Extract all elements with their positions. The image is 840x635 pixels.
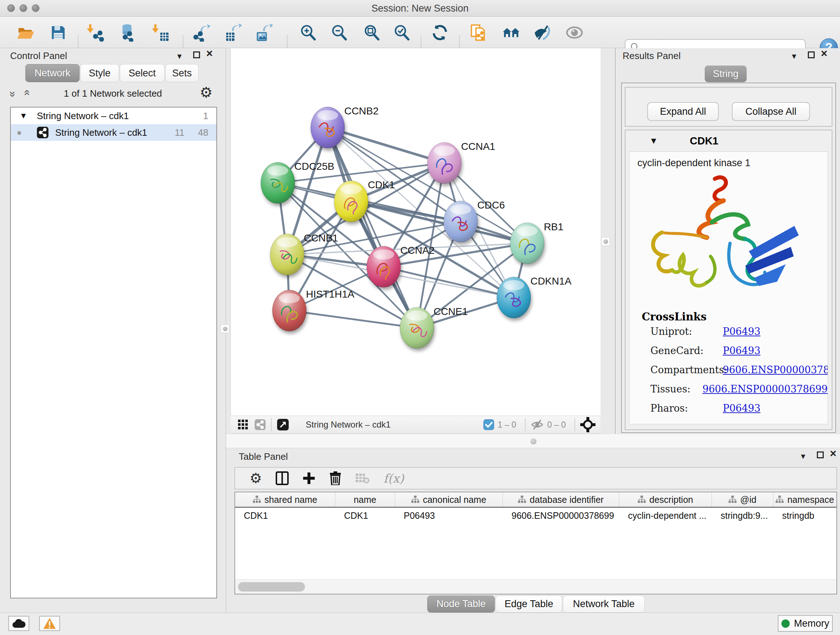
table-horizontal-scrollbar[interactable]	[235, 579, 836, 594]
close-panel-icon[interactable]: ×	[830, 448, 836, 459]
column-header-id[interactable]: @id	[712, 492, 774, 507]
hidden-eye-slash-icon[interactable]	[531, 419, 544, 430]
delete-table-icon[interactable]	[355, 472, 370, 484]
hierarchy-icon	[253, 496, 261, 504]
compartments-link[interactable]: 9606.ENSP00000378699	[723, 364, 828, 375]
open-session-button[interactable]	[16, 22, 36, 43]
edge-HIST1H1A-CCNE1[interactable]	[289, 310, 417, 328]
export-table-button[interactable]	[224, 22, 244, 43]
show-columns-icon[interactable]	[276, 471, 289, 485]
show-all-button[interactable]	[564, 22, 584, 43]
node-table: shared name name canonical name database…	[234, 492, 837, 594]
zoom-out-button[interactable]	[329, 22, 349, 43]
titlebar: Session: New Session	[0, 0, 840, 17]
clone-network-button[interactable]	[469, 22, 489, 43]
open-in-new-window-icon[interactable]	[277, 418, 289, 431]
table-header-row: shared name name canonical name database…	[235, 492, 836, 508]
table-row[interactable]: CDK1 CDK1 P06493 9606.ENSP00000378699 cy…	[235, 508, 836, 524]
collapse-triangle-icon[interactable]: ▼	[649, 136, 658, 146]
tab-style[interactable]: Style	[80, 64, 119, 82]
warnings-button[interactable]	[39, 616, 60, 631]
column-header-canonical-name[interactable]: canonical name	[395, 492, 503, 507]
network-share-icon[interactable]	[254, 419, 266, 431]
network-collection-row[interactable]: ▼ String Network – cdk1 1	[11, 108, 216, 124]
float-panel-icon[interactable]	[808, 51, 815, 58]
node-CDK1[interactable]: CDK1	[334, 179, 395, 222]
node-HIST1H1A[interactable]: HIST1H1A	[272, 288, 355, 331]
collection-label: String Network – cdk1	[37, 111, 129, 122]
add-column-icon[interactable]	[302, 472, 316, 485]
hide-selected-button[interactable]	[532, 22, 553, 43]
network-row[interactable]: ● String Network – cdk1 11 48	[11, 124, 216, 141]
close-panel-icon[interactable]: ×	[821, 48, 827, 59]
right-splitter-handle[interactable]	[601, 237, 610, 246]
panel-menu-icon[interactable]: ▾	[801, 452, 805, 461]
collapse-triangle-icon[interactable]: ▼	[19, 111, 27, 120]
import-network-file-button[interactable]	[85, 22, 105, 43]
column-header-description[interactable]: description	[619, 492, 712, 507]
function-builder-icon[interactable]: f(x)	[384, 471, 404, 486]
edge-CCNB2-CCNA1[interactable]	[328, 127, 445, 163]
cloud-status-button[interactable]	[8, 616, 29, 631]
close-panel-icon[interactable]: ×	[206, 48, 213, 59]
tab-select[interactable]: Select	[120, 64, 164, 82]
export-image-icon	[256, 24, 274, 42]
column-header-database-identifier[interactable]: database identifier	[503, 492, 619, 507]
cdk1-entry-header[interactable]: ▼ CDK1	[625, 130, 832, 151]
node-CCNB2[interactable]: CCNB2	[311, 105, 379, 148]
tab-node-table[interactable]: Node Table	[427, 595, 495, 613]
delete-column-trash-icon[interactable]	[329, 471, 341, 485]
node-CDKN1A[interactable]: CDKN1A	[497, 276, 572, 318]
update-network-button[interactable]	[430, 22, 450, 43]
column-header-shared-name[interactable]: shared name	[235, 492, 335, 507]
table-options-gear-icon[interactable]: ⚙	[249, 471, 262, 485]
cdk1-entry: ▼ CDK1 cyclin-dependent kinase 1	[625, 130, 832, 430]
pan-crosshair-icon[interactable]	[580, 417, 595, 432]
float-panel-icon[interactable]	[193, 51, 200, 58]
first-neighbors-button[interactable]	[501, 22, 521, 43]
tab-string[interactable]: String	[705, 65, 747, 82]
pharos-link[interactable]: P06493	[723, 402, 760, 414]
horizontal-splitter[interactable]	[226, 434, 840, 448]
birdseye-grid-icon[interactable]	[238, 419, 248, 430]
network-options-gear-icon[interactable]: ⚙	[200, 85, 213, 100]
node-CCNE1[interactable]: CCNE1	[400, 306, 468, 348]
cdk1-entry-body: cyclin-dependent kinase 1	[629, 151, 828, 424]
selected-node-edge-counts: 1 – 0	[498, 420, 516, 430]
import-network-database-button[interactable]	[116, 22, 136, 43]
selected-checkbox-icon[interactable]	[483, 419, 494, 430]
node-CDC25B[interactable]: CDC25B	[261, 161, 334, 203]
uniprot-link[interactable]: P06493	[723, 326, 760, 337]
memory-button[interactable]: Memory	[778, 615, 833, 632]
save-session-button[interactable]	[48, 22, 68, 43]
edge-CCNA2-CDKN1A[interactable]	[384, 267, 514, 298]
node-RB1[interactable]: RB1	[510, 221, 563, 264]
statusbar: Memory	[0, 613, 840, 635]
expand-all-button[interactable]: Expand All	[647, 102, 719, 121]
tab-edge-table[interactable]: Edge Table	[496, 595, 562, 613]
left-splitter-handle[interactable]	[221, 325, 229, 333]
column-header-namespace[interactable]: namespace	[774, 492, 836, 507]
tab-network[interactable]: Network	[25, 64, 80, 82]
fit-content-button[interactable]	[362, 22, 382, 43]
scrollbar-thumb[interactable]	[238, 582, 305, 592]
node-CCNB1[interactable]: CCNB1	[270, 233, 338, 275]
panel-menu-icon[interactable]: ▾	[792, 52, 796, 60]
tab-sets[interactable]: Sets	[165, 64, 199, 82]
tab-network-table[interactable]: Network Table	[563, 595, 645, 613]
panel-menu-icon[interactable]: ▾	[177, 52, 182, 60]
tissues-link[interactable]: 9606.ENSP00000378699	[703, 383, 828, 394]
network-canvas[interactable]: CCNB2CCNA1CDC25BCDK1CDC6RB1CCNB1CCNA2CDK…	[231, 48, 600, 416]
export-image-button[interactable]	[255, 22, 275, 43]
export-network-button[interactable]	[192, 22, 212, 43]
import-table-file-button[interactable]	[150, 22, 171, 43]
zoom-fit-icon	[363, 24, 381, 42]
node-CCNA1[interactable]: CCNA1	[427, 141, 495, 184]
float-panel-icon[interactable]	[817, 451, 824, 458]
splitter-grip[interactable]	[531, 439, 537, 445]
collapse-all-button[interactable]: Collapse All	[732, 102, 810, 121]
column-header-name[interactable]: name	[335, 492, 395, 507]
zoom-in-button[interactable]	[298, 22, 318, 43]
zoom-selected-button[interactable]	[392, 22, 412, 43]
genecard-link[interactable]: P06493	[723, 345, 760, 356]
